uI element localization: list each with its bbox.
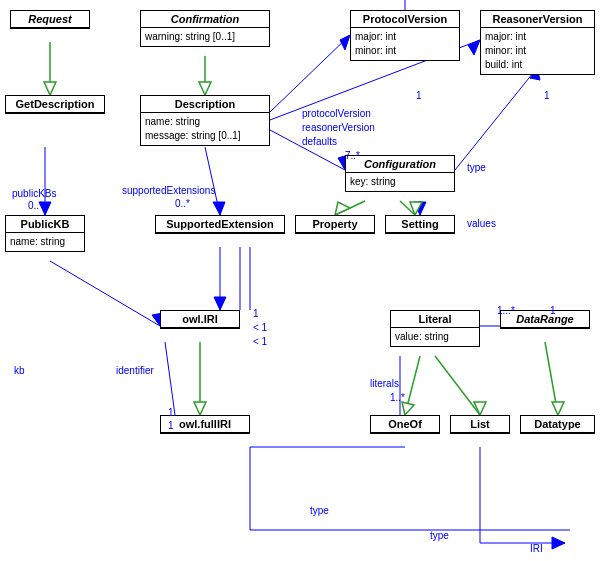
svg-line-31 (435, 356, 480, 415)
class-Property: Property (295, 215, 375, 234)
svg-line-18 (335, 201, 365, 215)
svg-line-33 (545, 342, 558, 415)
class-body-Confirmation: warning: string [0..1] (141, 28, 269, 46)
class-ProtocolVersion: ProtocolVersionmajor: intminor: int (350, 10, 460, 61)
class-title-ProtocolVersion: ProtocolVersion (351, 11, 459, 28)
link-label-22: 1 (550, 305, 556, 316)
class-ReasonerVersion: ReasonerVersionmajor: intminor: intbuild… (480, 10, 595, 75)
svg-line-16 (205, 147, 220, 215)
link-label-24: type (430, 530, 449, 541)
class-List: List (450, 415, 510, 434)
svg-line-26 (50, 261, 160, 326)
link-label-3: 0..* (175, 198, 190, 209)
svg-marker-5 (340, 35, 350, 50)
svg-marker-1 (44, 82, 56, 95)
link-label-17: 1 (168, 407, 174, 418)
link-label-13: < 1 (253, 322, 267, 333)
link-label-7: 7..* (345, 150, 360, 161)
link-label-11: 1 (544, 90, 550, 101)
svg-line-20 (400, 201, 415, 215)
class-Setting: Setting (385, 215, 455, 234)
class-body-PublicKB: name: string (6, 233, 84, 251)
svg-line-29 (405, 356, 420, 415)
class-title-GetDescription: GetDescription (6, 96, 104, 113)
svg-marker-34 (552, 402, 564, 415)
class-body-Configuration: key: string (346, 173, 454, 191)
class-OneOf: OneOf (370, 415, 440, 434)
class-title-owlFullIRI: owl.fullIRI (161, 416, 249, 433)
svg-line-10 (455, 68, 537, 170)
svg-marker-7 (468, 40, 480, 55)
link-label-9: values (467, 218, 496, 229)
svg-marker-13 (414, 202, 426, 215)
link-label-15: identifier (116, 365, 154, 376)
svg-marker-43 (552, 537, 565, 549)
class-title-owlIRI: owl.IRI (161, 311, 239, 328)
class-owlIRI: owl.IRI (160, 310, 240, 329)
class-Datatype: Datatype (520, 415, 595, 434)
class-title-Description: Description (141, 96, 269, 113)
class-title-Setting: Setting (386, 216, 454, 233)
svg-marker-17 (213, 202, 225, 215)
class-Description: Descriptionname: stringmessage: string [… (140, 95, 270, 146)
class-title-ReasonerVersion: ReasonerVersion (481, 11, 594, 28)
link-label-5: reasonerVersion (302, 122, 375, 133)
class-title-Literal: Literal (391, 311, 479, 328)
diagram-container: RequestGetDescriptionConfirmationwarning… (0, 0, 605, 561)
class-title-OneOf: OneOf (371, 416, 439, 433)
class-Confirmation: Confirmationwarning: string [0..1] (140, 10, 270, 47)
class-title-Property: Property (296, 216, 374, 233)
arrows-svg (0, 0, 605, 561)
class-Request: Request (10, 10, 90, 29)
link-label-21: 1...* (497, 305, 515, 316)
class-title-Confirmation: Confirmation (141, 11, 269, 28)
svg-marker-30 (402, 402, 414, 415)
link-label-10: 1 (416, 90, 422, 101)
class-SupportedExtension: SupportedExtension (155, 215, 285, 234)
class-title-Datatype: Datatype (521, 416, 594, 433)
link-label-19: literals (370, 378, 399, 389)
class-body-ReasonerVersion: major: intminor: intbuild: int (481, 28, 594, 74)
svg-marker-19 (335, 202, 350, 215)
class-Configuration: Configurationkey: string (345, 155, 455, 192)
class-title-List: List (451, 416, 509, 433)
link-label-18: 1 (168, 420, 174, 431)
link-label-14: < 1 (253, 336, 267, 347)
class-body-Literal: value: string (391, 328, 479, 346)
class-body-ProtocolVersion: major: intminor: int (351, 28, 459, 60)
svg-marker-3 (199, 82, 211, 95)
link-label-0: publicKBs (12, 188, 56, 199)
class-PublicKB: PublicKBname: string (5, 215, 85, 252)
class-title-Request: Request (11, 11, 89, 28)
link-label-6: defaults (302, 136, 337, 147)
class-title-SupportedExtension: SupportedExtension (156, 216, 284, 233)
link-label-2: supportedExtensions (122, 185, 215, 196)
class-Literal: Literalvalue: string (390, 310, 480, 347)
class-GetDescription: GetDescription (5, 95, 105, 114)
link-label-1: 0..* (28, 200, 43, 211)
svg-line-4 (270, 35, 350, 112)
link-label-20: 1..* (390, 392, 405, 403)
link-label-8: type (467, 162, 486, 173)
class-title-Configuration: Configuration (346, 156, 454, 173)
link-label-4: protocolVersion (302, 108, 371, 119)
link-label-12: 1 (253, 308, 259, 319)
class-title-PublicKB: PublicKB (6, 216, 84, 233)
link-label-25: IRI (530, 543, 543, 554)
svg-marker-25 (214, 297, 226, 310)
svg-marker-21 (410, 202, 422, 215)
svg-line-28 (165, 342, 175, 415)
link-label-16: kb (14, 365, 25, 376)
link-label-23: type (310, 505, 329, 516)
class-body-Description: name: stringmessage: string [0..1] (141, 113, 269, 145)
svg-marker-32 (474, 402, 486, 415)
svg-marker-23 (194, 402, 206, 415)
